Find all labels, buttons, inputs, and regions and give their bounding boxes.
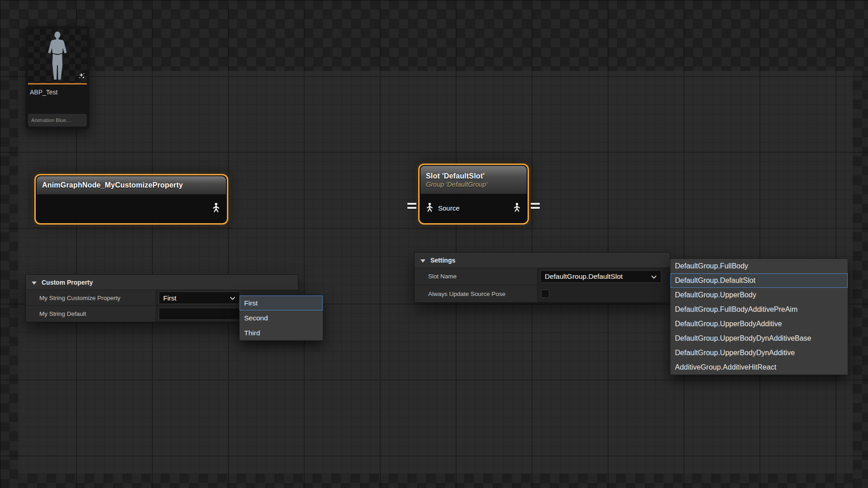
- string-property-dropdown-menu: First Second Third: [239, 295, 323, 341]
- menu-item-slot-4[interactable]: DefaultGroup.UpperBodyAdditive: [670, 317, 848, 331]
- section-label: Settings: [430, 257, 455, 264]
- asset-card-abp-test[interactable]: ABP_Test Animation Blue…: [25, 26, 90, 129]
- settings-panel: Settings Slot Name DefaultGroup.DefaultS…: [414, 252, 670, 303]
- menu-item-slot-7[interactable]: AdditiveGroup.AdditiveHitReact: [670, 360, 848, 375]
- asset-sparkle-icon: [78, 72, 85, 81]
- combo-value: First: [163, 294, 176, 302]
- asset-thumbnail: [28, 29, 87, 83]
- node-body: Source: [420, 194, 527, 222]
- graph-bottom-shade: [18, 474, 853, 488]
- menu-item-third[interactable]: Third: [240, 325, 323, 340]
- collapse-triangle-icon: [32, 278, 37, 286]
- pose-pin-icon: [425, 202, 434, 214]
- my-string-default-input[interactable]: [159, 308, 240, 320]
- pose-pin-icon: [512, 202, 522, 214]
- chevron-down-icon: [230, 294, 236, 302]
- node-body: [37, 194, 226, 222]
- section-label: Custom Property: [42, 279, 93, 286]
- graph-right-shade: [853, 71, 868, 488]
- property-row-always-update-source-pose: Always Update Source Pose: [415, 285, 670, 302]
- source-pin-label: Source: [438, 204, 460, 212]
- pose-wire-stub-right: [531, 203, 540, 209]
- graph-top-shade: [0, 0, 868, 71]
- node-frame: Slot 'DefaultSlot' Group 'DefaultGroup' …: [420, 166, 527, 222]
- menu-item-slot-0[interactable]: DefaultGroup.FullBody: [670, 259, 848, 273]
- pose-output-pin[interactable]: [512, 202, 522, 214]
- menu-item-first[interactable]: First: [240, 296, 323, 310]
- chevron-down-icon: [651, 272, 657, 281]
- slot-name-combo[interactable]: DefaultGroup.DefaultSlot: [540, 270, 661, 283]
- node-animgraph-mycustomizeproperty[interactable]: AnimGraphNode_MyCustomizeProperty: [34, 174, 228, 225]
- custom-property-section-header[interactable]: Custom Property: [26, 275, 298, 290]
- mannequin-thumbnail: [43, 31, 71, 83]
- node-subtitle: Group 'DefaultGroup': [426, 181, 521, 188]
- property-label: Always Update Source Pose: [415, 285, 538, 302]
- asset-title: ABP_Test: [28, 84, 87, 96]
- blueprint-graph-canvas[interactable]: ABP_Test Animation Blue… AnimGraphNode_M…: [0, 0, 868, 488]
- menu-item-slot-1[interactable]: DefaultGroup.DefaultSlot: [670, 273, 848, 288]
- menu-item-slot-6[interactable]: DefaultGroup.UpperBodyDynAdditive: [670, 346, 848, 360]
- menu-item-slot-5[interactable]: DefaultGroup.UpperBodyDynAdditiveBase: [670, 331, 848, 346]
- node-title: AnimGraphNode_MyCustomizeProperty: [42, 181, 221, 189]
- property-label: Slot Name: [415, 268, 538, 285]
- always-update-source-pose-checkbox[interactable]: [541, 290, 549, 298]
- node-frame: AnimGraphNode_MyCustomizeProperty: [37, 176, 226, 222]
- source-input-pin[interactable]: Source: [425, 202, 460, 214]
- menu-item-second[interactable]: Second: [240, 310, 323, 325]
- menu-item-slot-3[interactable]: DefaultGroup.FullBodyAdditivePreAim: [670, 302, 848, 317]
- node-header[interactable]: AnimGraphNode_MyCustomizeProperty: [37, 176, 226, 194]
- combo-value: DefaultGroup.DefaultSlot: [545, 272, 623, 281]
- property-label: My String Default: [26, 306, 156, 322]
- property-row-slot-name: Slot Name DefaultGroup.DefaultSlot: [415, 268, 670, 285]
- node-title: Slot 'DefaultSlot': [426, 172, 521, 180]
- my-string-customize-combo[interactable]: First: [159, 291, 240, 304]
- node-slot-defaultslot[interactable]: Slot 'DefaultSlot' Group 'DefaultGroup' …: [418, 164, 529, 225]
- asset-type-label: Animation Blue…: [28, 114, 87, 127]
- pose-output-pin[interactable]: [211, 202, 221, 214]
- slot-name-dropdown-menu: DefaultGroup.FullBody DefaultGroup.Defau…: [670, 258, 848, 375]
- settings-section-header[interactable]: Settings: [415, 253, 670, 268]
- graph-left-shade: [0, 71, 18, 488]
- node-header[interactable]: Slot 'DefaultSlot' Group 'DefaultGroup': [420, 166, 527, 194]
- property-label: My String Customize Property: [26, 290, 156, 305]
- menu-item-slot-2[interactable]: DefaultGroup.UpperBody: [670, 288, 848, 302]
- collapse-triangle-icon: [420, 256, 425, 264]
- pose-wire-stub-left: [407, 203, 416, 209]
- pose-pin-icon: [211, 202, 221, 214]
